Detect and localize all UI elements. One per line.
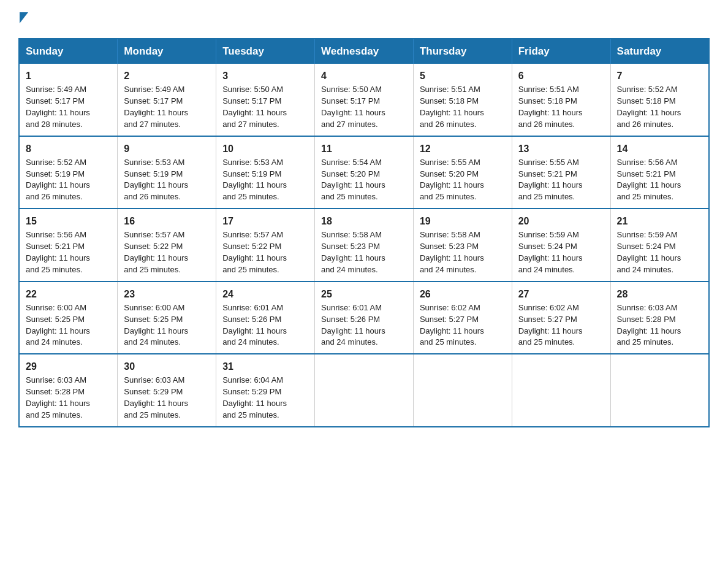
day-info: Sunrise: 5:51 AMSunset: 5:18 PMDaylight:… — [518, 85, 583, 129]
day-info: Sunrise: 5:50 AMSunset: 5:17 PMDaylight:… — [321, 85, 385, 129]
day-number: 6 — [518, 69, 604, 83]
day-number: 10 — [222, 142, 308, 156]
calendar-cell: 6Sunrise: 5:51 AMSunset: 5:18 PMDaylight… — [512, 64, 610, 136]
calendar-cell — [512, 354, 610, 427]
day-number: 21 — [617, 214, 702, 228]
header-sunday: Sunday — [19, 39, 118, 64]
header-saturday: Saturday — [610, 39, 709, 64]
calendar-cell: 30Sunrise: 6:03 AMSunset: 5:29 PMDayligh… — [118, 354, 216, 427]
day-number: 17 — [222, 214, 308, 228]
calendar-cell: 8Sunrise: 5:52 AMSunset: 5:19 PMDaylight… — [19, 136, 118, 209]
day-number: 13 — [518, 142, 604, 156]
calendar-week-row: 1Sunrise: 5:49 AMSunset: 5:17 PMDaylight… — [19, 64, 709, 136]
calendar-cell: 24Sunrise: 6:01 AMSunset: 5:26 PMDayligh… — [216, 282, 315, 354]
day-info: Sunrise: 5:50 AMSunset: 5:17 PMDaylight:… — [222, 85, 287, 129]
calendar-cell: 5Sunrise: 5:51 AMSunset: 5:18 PMDaylight… — [413, 64, 512, 136]
day-number: 19 — [420, 214, 506, 228]
calendar-cell: 3Sunrise: 5:50 AMSunset: 5:17 PMDaylight… — [216, 64, 315, 136]
calendar-week-row: 15Sunrise: 5:56 AMSunset: 5:21 PMDayligh… — [19, 209, 709, 282]
calendar-cell — [610, 354, 709, 427]
day-info: Sunrise: 5:52 AMSunset: 5:19 PMDaylight:… — [26, 158, 90, 202]
calendar-cell: 16Sunrise: 5:57 AMSunset: 5:22 PMDayligh… — [118, 209, 216, 282]
calendar-cell: 2Sunrise: 5:49 AMSunset: 5:17 PMDaylight… — [118, 64, 216, 136]
calendar-cell: 14Sunrise: 5:56 AMSunset: 5:21 PMDayligh… — [610, 136, 709, 209]
day-info: Sunrise: 5:57 AMSunset: 5:22 PMDaylight:… — [222, 230, 287, 274]
calendar-cell: 28Sunrise: 6:03 AMSunset: 5:28 PMDayligh… — [610, 282, 709, 354]
day-number: 28 — [617, 287, 702, 301]
day-info: Sunrise: 5:58 AMSunset: 5:23 PMDaylight:… — [321, 230, 385, 274]
day-number: 23 — [124, 287, 210, 301]
day-info: Sunrise: 6:00 AMSunset: 5:25 PMDaylight:… — [26, 303, 90, 347]
calendar-cell: 20Sunrise: 5:59 AMSunset: 5:24 PMDayligh… — [512, 209, 610, 282]
calendar-cell: 25Sunrise: 6:01 AMSunset: 5:26 PMDayligh… — [315, 282, 414, 354]
day-info: Sunrise: 5:57 AMSunset: 5:22 PMDaylight:… — [124, 230, 188, 274]
logo — [18, 12, 28, 26]
day-number: 27 — [518, 287, 604, 301]
day-number: 24 — [222, 287, 308, 301]
day-info: Sunrise: 5:58 AMSunset: 5:23 PMDaylight:… — [420, 230, 484, 274]
header-wednesday: Wednesday — [315, 39, 414, 64]
day-number: 22 — [26, 287, 111, 301]
calendar-week-row: 29Sunrise: 6:03 AMSunset: 5:28 PMDayligh… — [19, 354, 709, 427]
day-number: 3 — [222, 69, 308, 83]
day-info: Sunrise: 6:03 AMSunset: 5:29 PMDaylight:… — [124, 375, 188, 419]
day-info: Sunrise: 5:55 AMSunset: 5:21 PMDaylight:… — [518, 158, 583, 202]
calendar-cell: 26Sunrise: 6:02 AMSunset: 5:27 PMDayligh… — [413, 282, 512, 354]
day-info: Sunrise: 6:00 AMSunset: 5:25 PMDaylight:… — [124, 303, 188, 347]
day-info: Sunrise: 6:02 AMSunset: 5:27 PMDaylight:… — [420, 303, 484, 347]
calendar-cell: 18Sunrise: 5:58 AMSunset: 5:23 PMDayligh… — [315, 209, 414, 282]
day-info: Sunrise: 5:56 AMSunset: 5:21 PMDaylight:… — [26, 230, 90, 274]
day-number: 12 — [420, 142, 506, 156]
day-info: Sunrise: 6:03 AMSunset: 5:28 PMDaylight:… — [617, 303, 681, 347]
day-info: Sunrise: 5:49 AMSunset: 5:17 PMDaylight:… — [124, 85, 188, 129]
day-number: 15 — [26, 214, 111, 228]
day-number: 25 — [321, 287, 407, 301]
logo-triangle-icon — [20, 12, 28, 23]
day-info: Sunrise: 5:49 AMSunset: 5:17 PMDaylight:… — [26, 85, 90, 129]
day-info: Sunrise: 5:55 AMSunset: 5:20 PMDaylight:… — [420, 158, 484, 202]
day-number: 31 — [222, 359, 308, 373]
day-number: 26 — [420, 287, 506, 301]
day-number: 1 — [26, 69, 111, 83]
page-header — [18, 12, 710, 26]
calendar-cell: 17Sunrise: 5:57 AMSunset: 5:22 PMDayligh… — [216, 209, 315, 282]
calendar-cell: 29Sunrise: 6:03 AMSunset: 5:28 PMDayligh… — [19, 354, 118, 427]
calendar-cell: 15Sunrise: 5:56 AMSunset: 5:21 PMDayligh… — [19, 209, 118, 282]
calendar-cell: 11Sunrise: 5:54 AMSunset: 5:20 PMDayligh… — [315, 136, 414, 209]
day-number: 29 — [26, 359, 111, 373]
day-info: Sunrise: 5:53 AMSunset: 5:19 PMDaylight:… — [222, 158, 287, 202]
day-number: 14 — [617, 142, 702, 156]
calendar-cell: 13Sunrise: 5:55 AMSunset: 5:21 PMDayligh… — [512, 136, 610, 209]
calendar-cell: 21Sunrise: 5:59 AMSunset: 5:24 PMDayligh… — [610, 209, 709, 282]
day-number: 8 — [26, 142, 111, 156]
day-info: Sunrise: 5:52 AMSunset: 5:18 PMDaylight:… — [617, 85, 681, 129]
calendar-cell — [315, 354, 414, 427]
calendar-cell: 23Sunrise: 6:00 AMSunset: 5:25 PMDayligh… — [118, 282, 216, 354]
calendar-cell: 1Sunrise: 5:49 AMSunset: 5:17 PMDaylight… — [19, 64, 118, 136]
day-info: Sunrise: 5:56 AMSunset: 5:21 PMDaylight:… — [617, 158, 681, 202]
day-number: 18 — [321, 214, 407, 228]
header-monday: Monday — [118, 39, 216, 64]
calendar-cell: 22Sunrise: 6:00 AMSunset: 5:25 PMDayligh… — [19, 282, 118, 354]
header-tuesday: Tuesday — [216, 39, 315, 64]
calendar-cell — [413, 354, 512, 427]
calendar-week-row: 22Sunrise: 6:00 AMSunset: 5:25 PMDayligh… — [19, 282, 709, 354]
day-info: Sunrise: 6:04 AMSunset: 5:29 PMDaylight:… — [222, 375, 287, 419]
day-number: 4 — [321, 69, 407, 83]
calendar-cell: 12Sunrise: 5:55 AMSunset: 5:20 PMDayligh… — [413, 136, 512, 209]
day-number: 9 — [124, 142, 210, 156]
day-info: Sunrise: 5:54 AMSunset: 5:20 PMDaylight:… — [321, 158, 385, 202]
day-info: Sunrise: 5:59 AMSunset: 5:24 PMDaylight:… — [518, 230, 583, 274]
day-info: Sunrise: 6:01 AMSunset: 5:26 PMDaylight:… — [321, 303, 385, 347]
calendar-cell: 19Sunrise: 5:58 AMSunset: 5:23 PMDayligh… — [413, 209, 512, 282]
day-info: Sunrise: 5:51 AMSunset: 5:18 PMDaylight:… — [420, 85, 484, 129]
calendar-cell: 4Sunrise: 5:50 AMSunset: 5:17 PMDaylight… — [315, 64, 414, 136]
calendar-week-row: 8Sunrise: 5:52 AMSunset: 5:19 PMDaylight… — [19, 136, 709, 209]
calendar-cell: 10Sunrise: 5:53 AMSunset: 5:19 PMDayligh… — [216, 136, 315, 209]
calendar-header-row: SundayMondayTuesdayWednesdayThursdayFrid… — [19, 39, 709, 64]
day-info: Sunrise: 6:02 AMSunset: 5:27 PMDaylight:… — [518, 303, 583, 347]
calendar-table: SundayMondayTuesdayWednesdayThursdayFrid… — [18, 38, 710, 427]
day-info: Sunrise: 6:01 AMSunset: 5:26 PMDaylight:… — [222, 303, 287, 347]
calendar-cell: 31Sunrise: 6:04 AMSunset: 5:29 PMDayligh… — [216, 354, 315, 427]
calendar-cell: 9Sunrise: 5:53 AMSunset: 5:19 PMDaylight… — [118, 136, 216, 209]
